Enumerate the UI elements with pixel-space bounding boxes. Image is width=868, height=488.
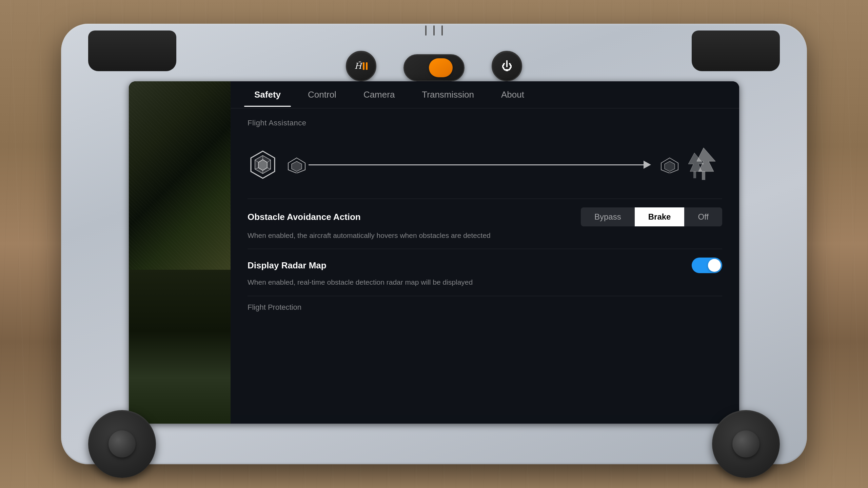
svg-marker-10 xyxy=(292,161,302,171)
radar-map-label: Display Radar Map xyxy=(248,260,327,271)
pause-button[interactable]: Ȟ xyxy=(346,51,376,81)
camera-preview-bottom xyxy=(129,270,231,424)
avoidance-action-buttons: Bypass Brake Off xyxy=(581,207,722,226)
svg-rect-14 xyxy=(702,171,705,180)
content-body: Flight Assistance xyxy=(231,108,739,322)
pause-icon: Ȟ xyxy=(355,61,368,71)
power-icon: ⏻ xyxy=(501,60,512,73)
svg-marker-12 xyxy=(665,161,675,171)
radar-map-description: When enabled, real-time obstacle detecti… xyxy=(248,277,722,287)
obstacle-avoidance-description: When enabled, the aircraft automatically… xyxy=(248,230,722,240)
drone-obstacle-icon xyxy=(658,156,682,173)
slider-thumb xyxy=(429,58,453,77)
radar-map-header: Display Radar Map xyxy=(248,258,722,273)
left-joystick[interactable] xyxy=(88,410,156,478)
obstacle-avoidance-header: Obstacle Avoidance Action Bypass Brake O… xyxy=(248,207,722,226)
svg-marker-2 xyxy=(258,160,267,170)
camera-preview xyxy=(129,81,231,424)
tab-camera[interactable]: Camera xyxy=(353,86,405,103)
main-content: Safety Control Camera Transmission About… xyxy=(231,81,739,424)
nav-tabs: Safety Control Camera Transmission About xyxy=(231,81,739,108)
flight-visualization xyxy=(248,138,722,192)
brake-button[interactable]: Brake xyxy=(635,207,685,226)
svg-rect-16 xyxy=(693,171,696,178)
off-button[interactable]: Off xyxy=(684,207,722,226)
pause-bars xyxy=(363,62,368,70)
arrow-section xyxy=(285,156,651,173)
right-joystick-thumb xyxy=(732,430,760,458)
drone-left-icon xyxy=(285,156,309,173)
flight-protection-header: Flight Protection xyxy=(248,296,722,312)
h-letter: Ȟ xyxy=(355,61,362,71)
radar-map-toggle[interactable] xyxy=(692,258,722,273)
drone-hex-icon xyxy=(248,149,278,180)
tab-transmission[interactable]: Transmission xyxy=(412,86,484,103)
toggle-thumb xyxy=(708,259,721,272)
tab-safety[interactable]: Safety xyxy=(244,86,291,103)
arrow-head xyxy=(644,161,651,169)
controller-body: Ȟ ⏻ Safety Control xyxy=(61,24,807,464)
tab-control[interactable]: Control xyxy=(298,86,347,103)
bypass-button[interactable]: Bypass xyxy=(581,207,635,226)
obstacle-avoidance-setting: Obstacle Avoidance Action Bypass Brake O… xyxy=(248,199,722,249)
trees-obstacle-icon xyxy=(685,144,722,185)
left-joystick-thumb xyxy=(108,430,136,458)
slider-switch[interactable] xyxy=(403,54,465,81)
flight-path-line xyxy=(309,164,644,165)
obstacle-avoidance-label: Obstacle Avoidance Action xyxy=(248,212,361,222)
tab-about[interactable]: About xyxy=(491,86,534,103)
right-joystick[interactable] xyxy=(712,410,780,478)
camera-preview-top xyxy=(129,81,231,270)
screen: Safety Control Camera Transmission About… xyxy=(129,81,739,424)
radar-map-setting: Display Radar Map When enabled, real-tim… xyxy=(248,249,722,296)
power-button[interactable]: ⏻ xyxy=(492,51,522,81)
flight-assistance-header: Flight Assistance xyxy=(248,119,722,127)
